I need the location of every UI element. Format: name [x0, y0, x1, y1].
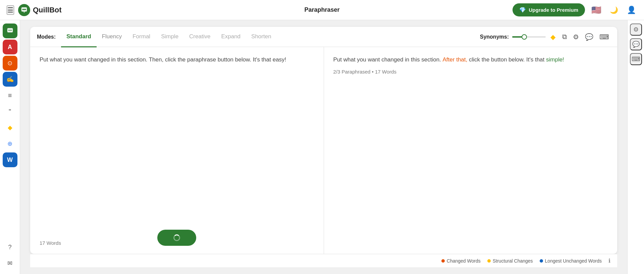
input-pane: Put what you want changed in this sectio… [30, 47, 324, 254]
logo-text: QuillBot [33, 6, 62, 14]
output-highlight-simple: simple! [546, 56, 564, 63]
svg-point-2 [23, 9, 25, 10]
synonyms-label: Synonyms: [480, 34, 509, 40]
right-keyboard-button[interactable]: ⌨ [630, 53, 642, 65]
legend-changed-words: Changed Words [441, 258, 481, 264]
legend-bar: Changed Words Structural Changes Longest… [30, 254, 617, 267]
chrome-icon: ⊕ [7, 140, 12, 147]
synonyms-slider[interactable] [512, 36, 546, 38]
sidebar-item-citations[interactable]: ≡ [3, 88, 17, 103]
editors-area: Put what you want changed in this sectio… [30, 47, 617, 254]
svg-point-7 [11, 30, 12, 31]
top-navigation: ☰ QuillBot Paraphraser 💎 Upgrade to Prem… [0, 0, 644, 20]
paraphrase-button[interactable] [157, 230, 196, 246]
tab-formal[interactable]: Formal [127, 27, 156, 47]
feedback-button[interactable]: 💬 [584, 32, 595, 42]
sidebar-item-summarizer[interactable]: ⊙ [3, 56, 17, 71]
user-profile-button[interactable]: 👤 [625, 4, 637, 16]
theme-toggle-button[interactable]: 🌙 [608, 4, 620, 16]
svg-point-5 [8, 30, 9, 31]
left-sidebar: A ⊙ ✍ ≡ " ◆ ⊕ W ? ✉ [0, 20, 20, 274]
language-button[interactable]: 🇺🇸 [590, 4, 602, 16]
settings-button[interactable]: ⚙ [572, 32, 580, 42]
paraphrase-stats: 2/3 Paraphrased • 17 Words [333, 69, 396, 75]
keyboard-button[interactable]: ⌨ [598, 32, 610, 42]
sidebar-item-paraphraser[interactable] [3, 24, 17, 38]
tab-creative[interactable]: Creative [184, 27, 216, 47]
right-settings-button[interactable]: ⚙ [630, 24, 642, 36]
output-text: Put what you want changed in this sectio… [333, 55, 608, 65]
changed-words-dot [441, 259, 445, 263]
sidebar-item-chrome[interactable]: ⊕ [3, 136, 17, 151]
logo-icon [18, 4, 30, 16]
sidebar-item-quotes[interactable]: " [3, 104, 17, 119]
output-text-between: click the button below. It's that [467, 56, 546, 63]
help-icon: ? [8, 244, 11, 251]
legend-longest-unchanged: Longest Unchanged Words [540, 258, 602, 264]
synonyms-section: Synonyms: ◆ [480, 33, 555, 41]
sidebar-item-word[interactable]: W [3, 152, 17, 167]
output-text-before: Put what you want changed in this sectio… [333, 56, 443, 63]
quote-icon: " [9, 108, 11, 116]
sidebar-item-grammar[interactable]: A [3, 40, 17, 54]
output-highlight-changed: After that, [443, 56, 468, 63]
content-area: Modes: Standard Fluency Formal Simple Cr… [20, 20, 627, 274]
summarizer-icon: ⊙ [7, 59, 12, 67]
menu-button[interactable]: ☰ [7, 5, 14, 15]
pen-icon: ✍ [6, 76, 14, 83]
main-card: Modes: Standard Fluency Formal Simple Cr… [30, 27, 617, 254]
tab-simple[interactable]: Simple [156, 27, 184, 47]
input-text[interactable]: Put what you want changed in this sectio… [40, 55, 314, 236]
legend-structural-changes: Structural Changes [487, 258, 533, 264]
sidebar-bottom: ? ✉ [3, 240, 17, 271]
page-title: Paraphraser [304, 6, 339, 13]
changed-words-label: Changed Words [447, 258, 481, 264]
sidebar-item-help[interactable]: ? [3, 240, 17, 255]
tab-shorten[interactable]: Shorten [246, 27, 277, 47]
paraphraser-icon [6, 27, 14, 35]
structural-changes-label: Structural Changes [493, 258, 533, 264]
input-word-count: 17 Words [40, 240, 61, 246]
upgrade-label: Upgrade to Premium [529, 7, 578, 13]
modes-label: Modes: [37, 34, 56, 40]
structural-changes-dot [487, 259, 491, 263]
premium-diamond-icon: ◆ [550, 33, 555, 41]
main-layout: A ⊙ ✍ ≡ " ◆ ⊕ W ? ✉ [0, 20, 644, 274]
mail-icon: ✉ [7, 260, 12, 267]
svg-point-1 [22, 9, 24, 10]
nav-right: 💎 Upgrade to Premium 🇺🇸 🌙 👤 [513, 3, 637, 16]
diamond-icon: 💎 [519, 7, 526, 13]
sidebar-item-premium[interactable]: ◆ [3, 120, 17, 135]
output-pane: Put what you want changed in this sectio… [324, 47, 618, 254]
svg-point-6 [9, 30, 10, 31]
word-icon: W [7, 156, 13, 164]
slider-thumb[interactable] [522, 34, 527, 40]
svg-point-3 [25, 9, 26, 10]
tab-standard[interactable]: Standard [61, 27, 97, 47]
copy-button[interactable]: ⧉ [561, 32, 568, 42]
longest-unchanged-label: Longest Unchanged Words [545, 258, 602, 264]
modes-actions: ⧉ ⚙ 💬 ⌨ [561, 32, 610, 42]
sidebar-item-writer[interactable]: ✍ [3, 72, 17, 87]
grammar-icon: A [8, 44, 12, 51]
upgrade-button[interactable]: 💎 Upgrade to Premium [513, 3, 585, 16]
tab-expand[interactable]: Expand [216, 27, 246, 47]
output-footer: 2/3 Paraphrased • 17 Words [333, 69, 608, 75]
right-feedback-button[interactable]: 💬 [630, 38, 642, 50]
loading-spinner [173, 234, 180, 241]
nav-left: ☰ QuillBot [7, 4, 62, 16]
logo: QuillBot [18, 4, 62, 16]
longest-unchanged-dot [540, 259, 543, 263]
tab-fluency[interactable]: Fluency [97, 27, 127, 47]
right-sidebar: ⚙ 💬 ⌨ [627, 20, 644, 274]
lines-icon: ≡ [8, 92, 12, 99]
legend-info-icon[interactable]: ℹ [608, 258, 610, 264]
diamond-sidebar-icon: ◆ [8, 124, 12, 131]
modes-bar: Modes: Standard Fluency Formal Simple Cr… [30, 27, 617, 47]
sidebar-item-mail[interactable]: ✉ [3, 256, 17, 271]
quillbot-logo-svg [20, 6, 28, 14]
